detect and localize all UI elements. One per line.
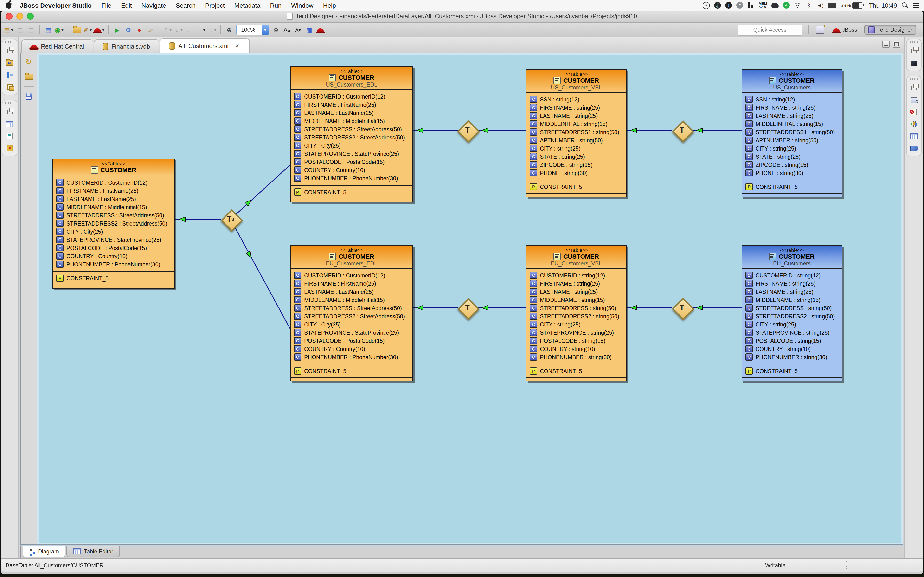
column-row[interactable]: CPOSTALCODE : PostalCode(15) [294,337,409,345]
memory-meter[interactable]: MEM52% [759,2,767,9]
menu-window[interactable]: Window [286,0,318,11]
table-us-customers-edl[interactable]: <<Table>> CUSTOMER US_Customers_EDL CCUS… [290,66,413,202]
column-row[interactable]: CLASTNAME : LastName(25) [294,287,409,296]
battery-indicator[interactable]: 69% [840,2,864,9]
column-row[interactable]: CSTREETADDRESS : string(50) [745,304,838,312]
titlebar[interactable]: Teiid Designer - Financials/FederatedDat… [1,11,923,23]
restore-view-icon-2[interactable] [5,108,14,116]
properties-copy-icon[interactable] [5,83,14,91]
open-folder-button[interactable] [72,24,82,35]
column-row[interactable]: CPOSTALCODE : PostalCode(15) [294,158,409,166]
column-row[interactable]: CCOUNTRY : Country(10) [294,166,409,174]
font-decrease-button[interactable]: A▾ [293,24,303,35]
vpn-shield-icon[interactable]: ✓ [783,2,790,9]
description-view-icon[interactable] [5,132,14,140]
drag-handle[interactable] [5,41,14,43]
wifi-icon[interactable] [794,2,801,9]
zoom-in-button[interactable]: ⊕ [224,24,234,35]
transformation-node[interactable]: T [457,120,478,141]
maximize-editor-icon[interactable] [893,41,900,48]
up-package-button[interactable]: ↑ [23,72,34,81]
constraint-row[interactable]: PCONSTRAINT_5 [745,183,838,191]
column-row[interactable]: CCOUNTRY : string(10) [530,345,623,353]
column-row[interactable]: CPHONENUMBER : PhoneNumber(30) [294,174,409,182]
column-row[interactable]: CSSN : string(12) [530,95,623,103]
table-view-icon[interactable] [5,120,14,128]
docker-icon[interactable]: ⚓ [714,2,721,9]
column-row[interactable]: CFIRSTNAME : string(25) [530,279,623,287]
column-row[interactable]: CCUSTOMERID : CustomerID(12) [56,178,171,187]
constraint-row[interactable]: PCONSTRAINT_5 [294,188,409,196]
menu-app-name[interactable]: JBoss Developer Studio [19,0,97,11]
column-row[interactable]: CLASTNAME : string(25) [745,111,838,120]
open-perspective-button[interactable] [815,24,825,35]
menu-metadata[interactable]: Metadata [229,0,265,11]
column-row[interactable]: CSTREETADDRESS2 : string(50) [530,312,623,320]
window-layout-icon[interactable] [748,2,754,9]
status-drag-handle[interactable] [846,561,848,569]
column-row[interactable]: CSTREETADDRESS : StreetAddress(50) [294,125,409,133]
column-row[interactable]: CFIRSTNAME : string(25) [745,103,838,111]
servers-view-icon[interactable] [909,96,918,104]
column-row[interactable]: CMIDDLENAME : MiddleInitial(15) [56,203,171,211]
column-row[interactable]: CMIDDLENAME : MiddleInitial(15) [294,117,409,125]
run-external-tools-button[interactable]: ◉▼ [54,24,65,35]
font-increase-button[interactable]: A▴ [282,24,292,35]
column-row[interactable]: CLASTNAME : string(25) [530,287,623,296]
column-row[interactable]: CSTREETADDRESS : StreetAddress(50) [56,211,171,219]
table-us-customers-vbl[interactable]: <<Table>> CUSTOMER US_Customers_VBL CSSN… [526,69,627,197]
restore-view-icon-4[interactable] [909,84,918,92]
bottom-tab-table-editor[interactable]: Table Editor [67,546,120,557]
column-row[interactable]: CPOSTALCODE : string(15) [530,337,623,345]
column-row[interactable]: CMIDDLENAME : string(15) [530,296,623,304]
column-row[interactable]: CSTREETADDRESS2 : StreetAddress(50) [294,133,409,141]
zoom-combo-dropdown-icon[interactable]: ▼ [262,25,268,35]
column-row[interactable]: CPOSTALCODE : string(15) [745,337,838,345]
column-row[interactable]: CLASTNAME : string(25) [530,111,623,120]
perspective-jboss[interactable]: JBoss [829,26,861,34]
minimize-editor-icon[interactable] [882,41,890,48]
constraint-row[interactable]: PCONSTRAINT_5 [745,367,838,375]
column-row[interactable]: CSTREETADDRESS2 : StreetAddress(50) [294,312,409,320]
bluetooth-icon[interactable]: ᛒ [806,2,813,9]
table-eu-customers[interactable]: <<Table>> CUSTOMER EU_Customers CCUSTOME… [741,245,842,381]
menu-project[interactable]: Project [200,0,229,11]
menubar-clock[interactable]: Thu 10:49 [869,2,897,9]
column-row[interactable]: CCOUNTRY : string(10) [745,345,838,353]
zoom-out-button[interactable]: ⊖ [271,24,281,35]
menu-run[interactable]: Run [265,0,286,11]
message-log-icon[interactable]: ✕ [5,144,14,152]
tile-diagram-button[interactable]: ▦ [304,24,314,35]
error-log-icon[interactable] [909,108,918,116]
column-row[interactable]: CCITY : string(25) [530,144,623,152]
column-row[interactable]: CAPTNUMBER : string(50) [530,136,623,144]
outline-view-icon[interactable] [5,71,14,79]
column-row[interactable]: CPHONENUMBER : string(30) [530,353,623,361]
column-row[interactable]: CZIPCODE : string(15) [745,161,838,169]
teiid-view-icon[interactable] [909,59,918,67]
column-row[interactable]: CZIPCODE : string(15) [530,161,623,169]
stop-button[interactable]: ● [134,24,144,35]
diagram-canvas[interactable]: <<Table>> CUSTOMER CCUSTOMERID : Custome… [39,55,901,543]
table-eu-customers-edl[interactable]: <<Table>> CUSTOMER EU_Customers_EDL CCUS… [290,245,413,381]
redhat-tools-button[interactable]: ▼ [94,24,105,35]
menu-file[interactable]: File [97,0,116,11]
column-row[interactable]: CLASTNAME : LastName(25) [56,195,171,203]
editor-tab-red-hat-central[interactable]: Red Hat Central [21,39,93,53]
column-row[interactable]: CCOUNTRY : Country(10) [294,345,409,353]
model-explorer-icon[interactable]: M [5,59,14,67]
apple-menu-icon[interactable] [6,2,12,8]
constraint-row[interactable]: PCONSTRAINT_5 [56,274,171,282]
hand-button[interactable]: ☞ [145,24,155,35]
column-row[interactable]: CSTREETADDRESS : StreetAddress(50) [294,304,409,312]
column-row[interactable]: CPHONE : string(30) [745,169,838,177]
drag-handle[interactable] [909,41,918,43]
column-row[interactable]: CMIDDLEINITIAL : string(15) [530,120,623,128]
column-row[interactable]: CSTATEPROVINCE : StateProvince(25) [294,150,409,158]
restore-view-icon[interactable] [5,47,14,55]
column-row[interactable]: CCITY : City(25) [294,320,409,329]
transformation-node[interactable]: T [457,297,478,318]
column-row[interactable]: CSTREETADDRESS2 : StreetAddress(50) [56,219,171,227]
constraint-row[interactable]: PCONSTRAINT_5 [530,183,623,191]
column-row[interactable]: CFIRSTNAME : FirstName(25) [294,279,409,287]
